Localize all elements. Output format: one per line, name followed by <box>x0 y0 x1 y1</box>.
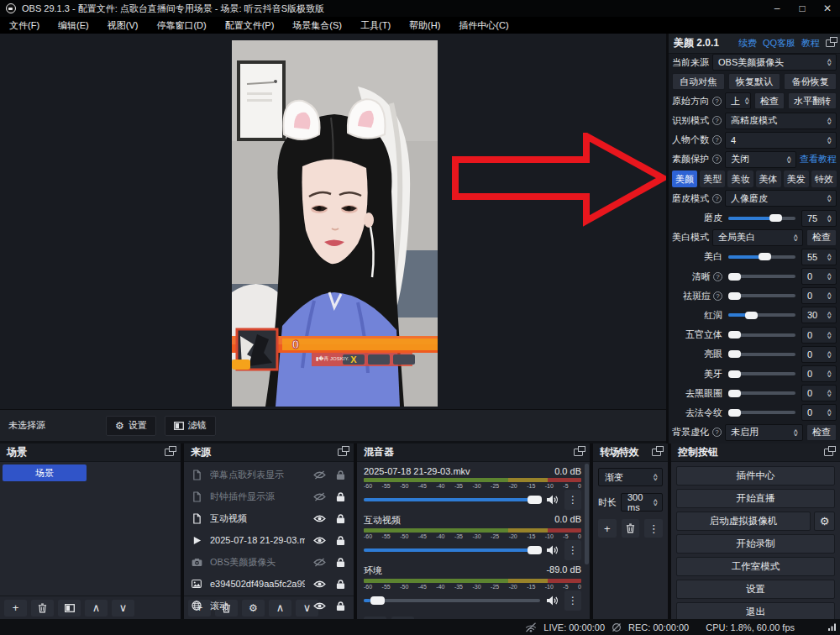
popout-icon[interactable] <box>824 449 833 456</box>
autofocus-button[interactable]: 自动对焦 <box>672 73 725 90</box>
recognition-select[interactable]: 高精度模式 ∧∨ <box>725 113 837 129</box>
start-recording-button[interactable]: 开始录制 <box>676 534 835 554</box>
white-mode-select[interactable]: 全局美白 ∧∨ <box>712 229 803 246</box>
dark-circle-slider[interactable] <box>728 391 795 395</box>
remove-scene-button[interactable] <box>31 600 54 617</box>
settings-button[interactable]: 设置 <box>676 580 835 599</box>
backup-restore-button[interactable]: 备份恢复 <box>784 73 837 90</box>
source-row[interactable]: 2025-07-18 21-29-03.mkv <box>184 529 354 551</box>
source-row[interactable]: OBS美颜摄像头 <box>184 551 354 573</box>
rosy-value-stepper[interactable]: 30∧∨ <box>801 307 837 323</box>
menu-scene-collection[interactable]: 场景集合(S) <box>283 17 351 34</box>
popout-icon[interactable] <box>574 449 583 456</box>
plugin-center-button[interactable]: 插件中心 <box>676 466 835 485</box>
start-streaming-button[interactable]: 开始直播 <box>676 489 835 508</box>
move-scene-down-button[interactable]: ∨ <box>112 600 134 617</box>
orientation-select[interactable]: 上 ∧∨ <box>725 92 751 109</box>
scene-filters-button[interactable] <box>58 600 81 617</box>
help-icon[interactable]: ? <box>712 194 722 203</box>
nasolabial-slider[interactable] <box>728 411 795 414</box>
dark-circle-value-stepper[interactable]: 0∧∨ <box>801 385 837 401</box>
maximize-button[interactable]: □ <box>790 0 815 17</box>
menu-help[interactable]: 帮助(H) <box>400 17 449 34</box>
help-icon[interactable]: ? <box>712 428 722 437</box>
virtual-camera-settings-button[interactable]: ⚙ <box>814 512 835 531</box>
preview-canvas[interactable]: X 0 ▮�再 JOSKIY. <box>0 34 666 409</box>
video-preview[interactable]: X 0 ▮�再 JOSKIY. <box>232 40 438 407</box>
source-row[interactable]: 时钟插件显示源 <box>184 485 354 507</box>
source-row[interactable]: e394502df49aa5fc2a99cd2e7c <box>184 573 354 595</box>
lock-icon[interactable] <box>333 491 347 502</box>
lock-icon[interactable] <box>333 513 347 524</box>
transition-select[interactable]: 渐变 ∧∨ <box>598 468 663 486</box>
blemish-slider[interactable] <box>728 294 795 297</box>
eye-icon[interactable] <box>312 536 326 545</box>
speaker-icon[interactable] <box>546 596 559 606</box>
help-icon[interactable]: ? <box>712 116 722 125</box>
white-check-button[interactable]: 检查 <box>806 229 837 246</box>
menu-plugin-center[interactable]: 插件中心(C) <box>449 17 517 34</box>
help-icon[interactable]: ? <box>713 291 722 301</box>
restore-default-button[interactable]: 恢复默认 <box>728 73 781 90</box>
transition-options-button[interactable]: ⋮ <box>644 519 663 538</box>
nasolabial-value-stepper[interactable]: 0∧∨ <box>801 404 837 421</box>
clarity-value-stepper[interactable]: 0∧∨ <box>801 268 837 285</box>
tab-hair[interactable]: 美发 <box>784 171 809 187</box>
person-count-stepper[interactable]: 4 ∧∨ <box>725 132 837 149</box>
tutorial-link[interactable]: 教程 <box>801 37 820 50</box>
tab-beauty[interactable]: 美颜 <box>672 171 697 187</box>
speaker-icon[interactable] <box>546 495 559 505</box>
studio-mode-button[interactable]: 工作室模式 <box>676 557 835 576</box>
speaker-icon[interactable] <box>546 545 559 555</box>
orientation-check-button[interactable]: 检查 <box>754 92 785 109</box>
lock-icon[interactable] <box>333 601 347 611</box>
blemish-value-stepper[interactable]: 0∧∨ <box>801 287 837 304</box>
contour-slider[interactable] <box>728 333 795 337</box>
face-protect-select[interactable]: 关闭 ∧∨ <box>725 151 796 168</box>
flip-horizontal-button[interactable]: 水平翻转 <box>788 92 837 109</box>
renew-link[interactable]: 续费 <box>738 37 757 50</box>
volume-slider[interactable] <box>364 548 540 552</box>
source-filters-button[interactable]: 滤镜 <box>165 416 216 436</box>
lock-icon[interactable] <box>333 557 347 568</box>
tab-body[interactable]: 美体 <box>756 171 781 187</box>
menu-view[interactable]: 视图(V) <box>98 17 148 34</box>
tab-reshape[interactable]: 美型 <box>700 171 725 187</box>
menu-file[interactable]: 文件(F) <box>0 17 49 34</box>
scene-item[interactable]: 场景 <box>3 464 87 481</box>
start-virtual-camera-button[interactable]: 启动虚拟摄像机 <box>676 512 811 531</box>
rosy-slider[interactable] <box>728 313 795 317</box>
source-properties-button[interactable]: ⚙ 设置 <box>106 416 156 436</box>
close-button[interactable]: ✕ <box>815 0 840 17</box>
popout-icon[interactable] <box>338 449 347 456</box>
bg-blur-check-button[interactable]: 检查 <box>806 424 837 441</box>
lock-icon[interactable] <box>333 579 347 590</box>
minimize-button[interactable]: – <box>764 0 790 17</box>
smooth-slider[interactable] <box>728 217 795 220</box>
teeth-slider[interactable] <box>728 372 795 375</box>
audio-options-button[interactable]: ⋮ <box>564 490 581 510</box>
bright-eye-slider[interactable] <box>728 353 795 356</box>
help-icon[interactable]: ? <box>712 155 722 164</box>
eye-icon[interactable] <box>312 558 326 567</box>
contour-value-stepper[interactable]: 0∧∨ <box>801 327 837 344</box>
duration-stepper[interactable]: 300 ms ∧∨ <box>621 493 663 512</box>
whiten-slider[interactable] <box>728 255 795 259</box>
remove-transition-button[interactable] <box>622 519 640 538</box>
menu-docks[interactable]: 停靠窗口(D) <box>147 17 215 34</box>
eye-icon[interactable] <box>312 514 326 523</box>
audio-options-button[interactable]: ⋮ <box>564 540 581 560</box>
bright-eye-value-stepper[interactable]: 0∧∨ <box>801 346 837 363</box>
smooth-mode-select[interactable]: 人像磨皮 ∧∨ <box>725 190 837 207</box>
menu-profile[interactable]: 配置文件(P) <box>216 17 284 34</box>
mixer-scrollbar[interactable] <box>585 464 589 564</box>
tab-makeup[interactable]: 美妆 <box>727 171 753 187</box>
audio-options-button[interactable]: ⋮ <box>564 590 581 611</box>
help-icon[interactable]: ? <box>712 135 722 144</box>
move-scene-up-button[interactable]: ∧ <box>85 600 108 617</box>
popout-icon[interactable] <box>826 39 835 47</box>
current-source-select[interactable]: OBS美颜摄像头 ∧∨ <box>712 54 837 71</box>
teeth-value-stepper[interactable]: 0∧∨ <box>801 365 837 382</box>
add-transition-button[interactable]: + <box>598 519 617 538</box>
source-row[interactable]: 滚动 <box>184 595 354 617</box>
